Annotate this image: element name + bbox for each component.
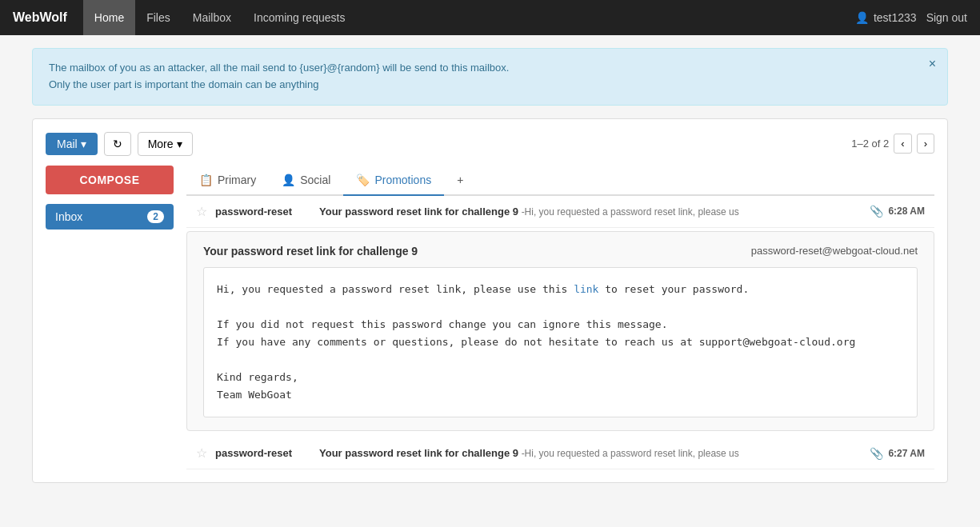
tab-primary[interactable]: 📋 Primary bbox=[186, 166, 269, 196]
mail-chevron-icon: ▾ bbox=[81, 138, 86, 150]
mail-label: Mail bbox=[57, 138, 78, 150]
email-icons-1: 📎 6:28 AM bbox=[870, 205, 925, 218]
brand: WebWolf bbox=[13, 10, 67, 25]
refresh-icon: ↻ bbox=[113, 138, 122, 150]
primary-tab-icon: 📋 bbox=[199, 174, 213, 186]
promotions-tab-label: Promotions bbox=[374, 174, 431, 186]
add-tab-label: + bbox=[457, 174, 463, 186]
compose-button[interactable]: COMPOSE bbox=[46, 166, 174, 194]
attachment-icon-2: 📎 bbox=[870, 447, 883, 460]
nav-files[interactable]: Files bbox=[135, 0, 182, 35]
nav-links: Home Files Mailbox Incoming requests bbox=[83, 0, 855, 35]
expanded-subject: Your password reset link for challenge 9 bbox=[203, 245, 418, 258]
alert-line1: The mailbox of you as an attacker, all t… bbox=[49, 60, 931, 77]
primary-tab-label: Primary bbox=[218, 174, 256, 186]
inbox-badge: 2 bbox=[147, 210, 164, 223]
alert-close-button[interactable]: × bbox=[929, 57, 936, 71]
refresh-button[interactable]: ↻ bbox=[104, 132, 131, 156]
pagination: 1–2 of 2 ‹ › bbox=[851, 134, 934, 154]
sidebar: COMPOSE Inbox 2 bbox=[46, 166, 174, 470]
alert-line2: Only the user part is important the doma… bbox=[49, 77, 931, 94]
subject-preview-2: -Hi, you requested a password reset link… bbox=[522, 448, 739, 459]
nav-mailbox[interactable]: Mailbox bbox=[182, 0, 242, 35]
email-row-2[interactable]: ☆ password-reset Your password reset lin… bbox=[186, 437, 934, 469]
more-chevron-icon: ▾ bbox=[177, 138, 182, 150]
social-tab-label: Social bbox=[300, 174, 330, 186]
email-time-1: 6:28 AM bbox=[888, 206, 925, 217]
signout-link[interactable]: Sign out bbox=[926, 11, 967, 24]
email-body: Hi, you requested a password reset link,… bbox=[203, 267, 918, 418]
toolbar: Mail ▾ ↻ More ▾ 1–2 of 2 ‹ › bbox=[46, 132, 934, 156]
subject-preview-1: -Hi, you requested a password reset link… bbox=[522, 206, 739, 218]
expanded-from: password-reset@webgoat-cloud.net bbox=[751, 245, 918, 257]
email-expanded-1: Your password reset link for challenge 9… bbox=[186, 231, 934, 432]
sidebar-item-inbox[interactable]: Inbox 2 bbox=[46, 204, 174, 230]
email-subject-2: Your password reset link for challenge 9… bbox=[319, 447, 862, 459]
email-sender-2: password-reset bbox=[215, 447, 311, 459]
main-card: Mail ▾ ↻ More ▾ 1–2 of 2 ‹ › COMPOSE Inb… bbox=[32, 118, 948, 484]
expanded-header: Your password reset link for challenge 9… bbox=[203, 245, 918, 258]
star-icon-1[interactable]: ☆ bbox=[196, 204, 207, 219]
email-icons-2: 📎 6:27 AM bbox=[870, 447, 925, 460]
user-icon: 👤 bbox=[855, 11, 869, 24]
nav-incoming[interactable]: Incoming requests bbox=[242, 0, 356, 35]
attachment-icon-1: 📎 bbox=[870, 205, 883, 218]
next-page-button[interactable]: › bbox=[917, 134, 934, 154]
username: test1233 bbox=[874, 11, 917, 24]
pagination-text: 1–2 of 2 bbox=[851, 138, 889, 150]
nav-home[interactable]: Home bbox=[83, 0, 135, 35]
reset-link[interactable]: link bbox=[574, 283, 598, 295]
email-sender-1: password-reset bbox=[215, 206, 311, 218]
subject-text-2: Your password reset link for challenge 9 bbox=[319, 447, 518, 459]
email-time-2: 6:27 AM bbox=[888, 448, 925, 459]
tab-promotions[interactable]: 🏷️ Promotions bbox=[343, 166, 444, 196]
alert-banner: The mailbox of you as an attacker, all t… bbox=[32, 48, 948, 106]
star-icon-2[interactable]: ☆ bbox=[196, 445, 207, 461]
promotions-tab-icon: 🏷️ bbox=[356, 174, 370, 186]
tab-social[interactable]: 👤 Social bbox=[269, 166, 343, 196]
subject-text-1: Your password reset link for challenge 9 bbox=[319, 206, 518, 218]
social-tab-icon: 👤 bbox=[282, 174, 295, 186]
layout: COMPOSE Inbox 2 📋 Primary 👤 Social 🏷️ bbox=[46, 166, 934, 470]
nav-right: 👤 test1233 Sign out bbox=[855, 11, 967, 24]
prev-page-button[interactable]: ‹ bbox=[894, 134, 911, 154]
navbar: WebWolf Home Files Mailbox Incoming requ… bbox=[0, 0, 980, 35]
email-row-1[interactable]: ☆ password-reset Your password reset lin… bbox=[186, 196, 934, 228]
nav-user: 👤 test1233 bbox=[855, 11, 917, 24]
email-subject-1: Your password reset link for challenge 9… bbox=[319, 206, 862, 218]
tabs: 📋 Primary 👤 Social 🏷️ Promotions + bbox=[186, 166, 934, 196]
more-button[interactable]: More ▾ bbox=[138, 132, 193, 156]
mail-dropdown-button[interactable]: Mail ▾ bbox=[46, 133, 98, 155]
more-label: More bbox=[148, 138, 174, 150]
mail-content: 📋 Primary 👤 Social 🏷️ Promotions + ☆ bbox=[186, 166, 934, 470]
inbox-label: Inbox bbox=[55, 210, 82, 223]
tab-add[interactable]: + bbox=[444, 166, 476, 196]
